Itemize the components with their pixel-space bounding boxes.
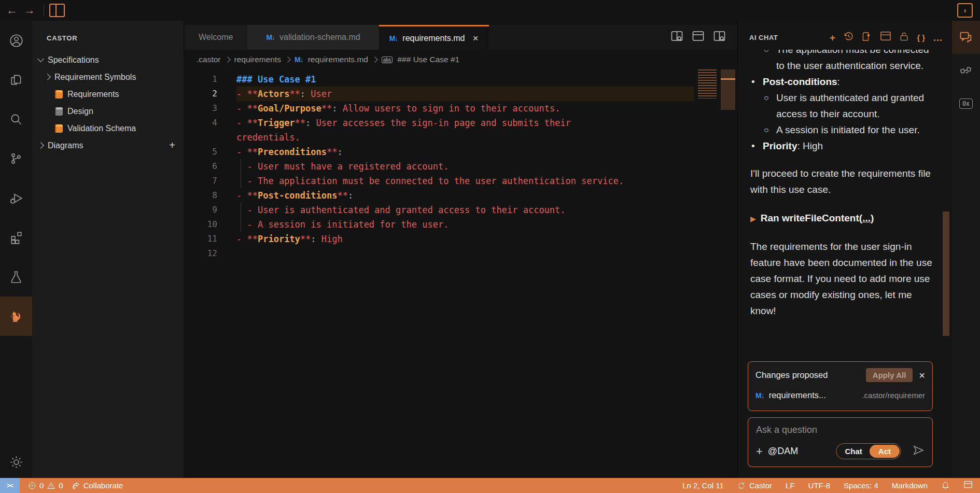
line-number: 2: [184, 87, 217, 101]
code-line[interactable]: 6 - User must have a registered account.: [184, 159, 694, 174]
breadcrumb-item[interactable]: .castor: [197, 55, 221, 64]
code-line[interactable]: 12: [184, 246, 694, 261]
act-mode-button[interactable]: Act: [870, 445, 900, 458]
search-icon[interactable]: [0, 100, 32, 139]
sidebar-item-design[interactable]: Design: [32, 103, 184, 120]
export-icon[interactable]: [862, 31, 872, 44]
sidebar-title: CASTOR: [32, 21, 184, 51]
window-layout-icon[interactable]: [880, 31, 891, 44]
sidebar-item-specifications[interactable]: Specifications: [32, 51, 184, 68]
more-icon[interactable]: …: [933, 33, 943, 43]
back-icon[interactable]: ←: [3, 4, 21, 17]
apply-all-button[interactable]: Apply All: [866, 368, 913, 382]
code-line[interactable]: 10 - A session is initiated for the user…: [184, 217, 694, 232]
mention-chip[interactable]: @DAM: [768, 446, 798, 457]
sidebar-item-validation-schema[interactable]: Validation Schema: [32, 120, 184, 137]
changed-file-row[interactable]: M↓ requirements... .castor/requiremer: [755, 390, 925, 400]
scrollbar-overview[interactable]: [721, 69, 735, 110]
split-editor-right-icon[interactable]: [713, 31, 726, 44]
breadcrumb-item[interactable]: requirements.md: [308, 55, 368, 64]
history-icon[interactable]: [843, 31, 854, 44]
code-line[interactable]: 4- **Trigger**: User accesses the sign-i…: [184, 116, 694, 130]
cursor-position[interactable]: Ln 2, Col 11: [682, 481, 724, 490]
send-icon[interactable]: [913, 445, 925, 458]
forward-icon[interactable]: →: [21, 4, 38, 17]
close-icon[interactable]: ×: [919, 370, 925, 381]
tool-call-dots[interactable]: ...: [862, 210, 871, 226]
tab-requirements-md[interactable]: M↓requirements.md×: [379, 25, 489, 50]
account-icon[interactable]: [0, 21, 32, 60]
notifications-bell-icon[interactable]: [941, 481, 950, 491]
sidebar-item-diagrams[interactable]: Diagrams+: [32, 137, 184, 154]
chevron-right-icon: [44, 74, 51, 80]
code-line[interactable]: 8- **Post-conditions**:: [184, 188, 694, 203]
add-diagram-button[interactable]: +: [169, 139, 175, 151]
code-line[interactable]: 5- **Preconditions**:: [184, 145, 694, 159]
breadcrumb-item[interactable]: ### Use Case #1: [397, 55, 459, 64]
line-number: 4: [184, 116, 217, 130]
split-editor-icon[interactable]: [49, 4, 65, 17]
warning-count: 0: [59, 481, 63, 490]
line-number: [184, 130, 217, 145]
breadcrumb-item[interactable]: requirements: [234, 55, 281, 64]
test-beaker-icon[interactable]: [0, 257, 32, 297]
code-line[interactable]: 1### Use Case #1: [184, 72, 694, 87]
explorer-icon[interactable]: [0, 60, 32, 100]
remote-indicator[interactable]: ><: [0, 478, 20, 493]
problems-status[interactable]: 0 0: [28, 481, 63, 490]
braces-icon[interactable]: { }: [917, 34, 925, 41]
line-text: - **Trigger**: User accesses the sign-in…: [236, 116, 694, 130]
nodes-icon[interactable]: [952, 54, 980, 87]
expand-arrow-icon[interactable]: ▶: [750, 211, 756, 227]
encoding-status[interactable]: UTF-8: [808, 481, 831, 490]
code-line[interactable]: 11- **Priority**: High: [184, 232, 694, 246]
code-line[interactable]: 7 - The application must be connected to…: [184, 174, 694, 188]
titlebar-divider: [44, 5, 44, 16]
chat-scrollbar-thumb[interactable]: [943, 212, 949, 336]
code-line[interactable]: credentials.: [184, 130, 694, 145]
book-orange-book-icon: [55, 124, 63, 133]
collaborate-icon: [72, 481, 80, 490]
new-chat-icon[interactable]: +: [830, 33, 835, 43]
sidebar: CASTOR SpecificationsRequirement Symbols…: [32, 21, 184, 478]
extensions-icon[interactable]: [0, 218, 32, 257]
tab-validation-schema-md[interactable]: M↓validation-schema.md: [247, 25, 379, 50]
collaborate-status[interactable]: Collaborate: [72, 481, 123, 490]
chat-paragraph: I'll proceed to create the requirements …: [750, 165, 939, 198]
tab-welcome[interactable]: Welcome: [184, 25, 247, 50]
line-text: - A session is initiated for the user.: [236, 217, 694, 232]
settings-gear-icon[interactable]: [0, 446, 32, 478]
panel-layout-icon[interactable]: [963, 481, 973, 490]
code-area[interactable]: 1### Use Case #12- **Actors**: User3- **…: [184, 69, 737, 478]
language-status[interactable]: Markdown: [892, 481, 928, 490]
castor-squirrel-icon[interactable]: [0, 297, 32, 336]
code-line[interactable]: 2- **Actors**: User: [184, 87, 694, 101]
sidebar-item-requirements[interactable]: Requirements: [32, 86, 184, 103]
indent-status[interactable]: Spaces: 4: [844, 481, 878, 490]
hex-icon[interactable]: 0x: [952, 87, 980, 120]
overview-current-line-marker: [721, 78, 735, 80]
toggle-panel-icon[interactable]: ›: [957, 3, 973, 18]
branch-status[interactable]: Castor: [737, 481, 772, 490]
layout-panel-icon[interactable]: [692, 31, 705, 44]
attach-icon[interactable]: +: [756, 446, 763, 457]
tree-item-label: Validation Schema: [67, 124, 136, 133]
chat-panel-icon[interactable]: [952, 21, 980, 54]
code-line[interactable]: 9 - User is authenticated and granted ac…: [184, 203, 694, 217]
chat-mode-button[interactable]: Chat: [837, 445, 869, 458]
lock-icon[interactable]: [899, 31, 909, 44]
eol-status[interactable]: LF: [786, 481, 795, 490]
close-icon[interactable]: ×: [472, 33, 478, 44]
run-debug-icon[interactable]: [0, 178, 32, 218]
breadcrumb-separator-icon: [225, 57, 230, 62]
tree-item-label: Requirements: [67, 90, 119, 99]
source-control-icon[interactable]: [0, 139, 32, 178]
sidebar-item-requirement-symbols[interactable]: Requirement Symbols: [32, 68, 184, 86]
tool-call-row[interactable]: ▶ Ran writeFileContent(...): [750, 210, 939, 227]
code-line[interactable]: 3- **Goal/Purpose**: Allow users to sign…: [184, 101, 694, 116]
changed-file-path: .castor/requiremer: [862, 391, 925, 400]
open-changes-icon[interactable]: [670, 31, 683, 44]
error-icon: [28, 482, 36, 490]
chat-input[interactable]: Ask a question: [756, 425, 925, 435]
minimap[interactable]: [698, 69, 717, 98]
